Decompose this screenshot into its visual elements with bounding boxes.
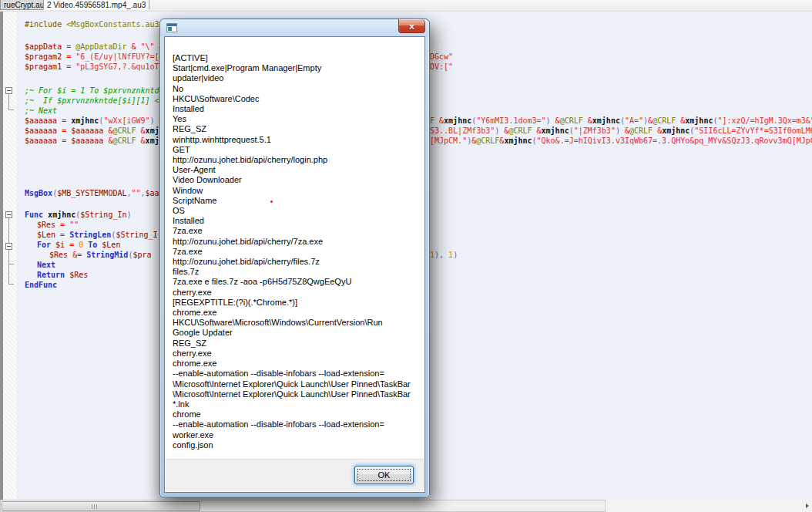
dialog-titlebar[interactable]: × [160, 19, 429, 36]
message-line: cherry.exe [173, 288, 421, 298]
message-line: Window [173, 186, 421, 196]
message-line: config.json [173, 440, 421, 450]
code-line: $pragam1 = "pL3gSYG7,?.&qu1oTc [25, 62, 164, 72]
message-line: HKCU\Software\Microsoft\Windows\CurrentV… [173, 318, 421, 328]
code-line: $pragam2 = "6_(E/uy|lNfFUY?=[& [25, 52, 164, 62]
code-line: [MJpCM.")&@CRLF&xmjhnc("Qko&.=J=hIQivI3.… [430, 136, 812, 146]
code-line: ;~ If $pxrvnznkntde[$i][1] <> [25, 96, 164, 106]
message-line: http://ozunu.johet.bid/api/cherry/files.… [173, 257, 421, 267]
code-line: $Res = "" [37, 220, 79, 230]
message-line: HKCU\Software\Codec [173, 94, 421, 104]
code-line: $appData = @AppDataDir & "\" & [25, 42, 164, 52]
message-line: --enable-automation --disable-infobars -… [173, 369, 421, 379]
message-line: Video Downloader [173, 175, 421, 185]
message-line: winhttp.winhttprequest.5.1 [173, 135, 421, 145]
code-line: S3..BL|ZMf3b3") &@CRLF &xmjhnc("|ZMf3b3"… [430, 126, 812, 136]
code-line: $aaaaaa = $aaaaaa &@CRLF &xmjh [25, 126, 164, 136]
message-line: worker.exe [173, 430, 421, 440]
tab-bar: rueCrypt.au32 Video.45956581.mp4_.au3 [0, 0, 812, 12]
message-line: 7za.exe [173, 247, 421, 257]
horizontal-scrollbar[interactable] [0, 500, 812, 512]
code-line: Next [37, 260, 55, 270]
message-line: 7za.exe [173, 226, 421, 236]
code-line: ;~ Next [25, 106, 57, 116]
message-line: Start|cmd.exe|Program Manager|Empty [173, 63, 421, 73]
message-line: http://ozunu.johet.bid/api/cherry/login.… [173, 155, 421, 165]
scrollbar-right-arrow-icon[interactable] [806, 504, 809, 508]
artifact-dot [270, 200, 273, 203]
scrollbar-grip-icon [92, 504, 98, 509]
message-line: Yes [173, 114, 421, 124]
code-line: DGcw" [430, 52, 453, 62]
dialog-client: [ACTIVE]Start|cmd.exe|Program Manager|Em… [164, 36, 425, 493]
message-line: No [173, 84, 421, 94]
code-line: MsgBox($MB_SYSTEMMODAL,"",$aaa [25, 188, 164, 198]
code-line: #include <MsgBoxConstants.au3> [25, 19, 164, 29]
close-button[interactable]: × [398, 19, 425, 33]
message-line: \Microsoft\Internet Explorer\Quick Launc… [173, 389, 421, 399]
message-line: *.lnk [173, 399, 421, 409]
message-line: Installed [173, 216, 421, 226]
message-dialog: × [ACTIVE]Start|cmd.exe|Program Manager|… [159, 19, 430, 497]
code-line: EndFunc [25, 280, 57, 290]
code-line: $Res &= StringMid($pra [49, 250, 152, 260]
message-line: updater|video [173, 73, 421, 83]
message-line: \Microsoft\Internet Explorer\Quick Launc… [173, 379, 421, 389]
message-line: ScriptName [173, 196, 421, 206]
code-line: F &xmjhnc("Y6mMI3.1dom3=") &@CRLF &xmjhn… [430, 116, 812, 126]
message-lines: [ACTIVE]Start|cmd.exe|Program Manager|Em… [173, 53, 421, 450]
message-line: chrome [173, 409, 421, 419]
message-line: cherry.exe [173, 349, 421, 359]
dialog-footer: OK [166, 459, 424, 491]
close-icon: × [409, 22, 414, 32]
ok-button-label: OK [378, 470, 391, 480]
code-line: $Len = StringLen($String_I [37, 230, 158, 240]
code-line: DV:[" [430, 62, 453, 72]
code-line: Return $Res [37, 270, 88, 280]
scite-editor-window: rueCrypt.au32 Video.45956581.mp4_.au3 #i… [0, 0, 812, 512]
message-line: REG_SZ [173, 339, 421, 349]
scrollbar-thumb[interactable] [2, 501, 200, 511]
message-line: http://ozunu.johet.bid/api/cherry/7za.ex… [173, 237, 421, 247]
ok-button[interactable]: OK [354, 466, 414, 484]
message-line: Installed [173, 104, 421, 114]
message-line: chrome.exe [173, 308, 421, 318]
message-line: REG_SZ [173, 124, 421, 134]
message-line: --enable-automation --disable-infobars -… [173, 419, 421, 429]
code-line: $aaaaaa = $aaaaaa &@CRLF &xmjh [25, 136, 164, 146]
code-line: For $i = 0 To $Len [37, 240, 120, 250]
message-line: Google Updater [173, 328, 421, 338]
message-line: 7za.exe e files.7z -aoa -p6H5d75Z8QwgEeQ… [173, 277, 421, 287]
message-line: GET [173, 145, 421, 155]
message-line: [REGEXPTITLE:(?i)(.*Chrome.*)] [173, 298, 421, 308]
message-line: OS [173, 206, 421, 216]
code-line: 1), 1) [430, 250, 458, 260]
tab-video-mp4[interactable]: 2 Video.45956581.mp4_.au3 [43, 0, 149, 10]
code-line: $aaaaaa = xmjhnc("wXx[iGW9") & [25, 116, 164, 126]
code-line: ;~ For $i = 1 To $pxrvnznkntde [25, 86, 164, 96]
message-line: User-Agent [173, 165, 421, 175]
message-line: [ACTIVE] [173, 53, 421, 63]
message-line: files.7z [173, 267, 421, 277]
scrollbar-track[interactable] [0, 500, 606, 512]
message-line: chrome.exe [173, 359, 421, 369]
dialog-icon [166, 23, 177, 32]
code-line: Func xmjhnc($String_In) [25, 210, 132, 220]
